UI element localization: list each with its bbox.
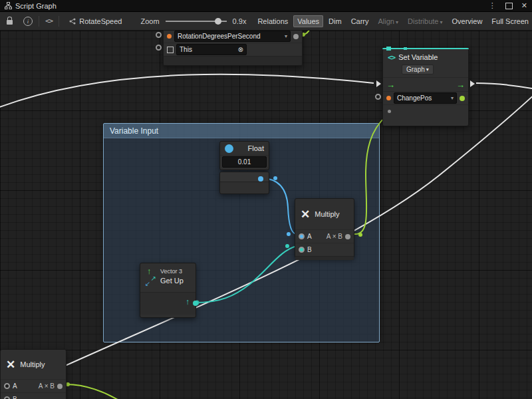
variable-row: ChangePos ▾: [383, 91, 468, 104]
float-output-port[interactable]: [258, 176, 263, 182]
output-label: A × B: [327, 233, 342, 240]
variable-accent-square: [404, 47, 407, 50]
multiply-icon: ✕: [6, 359, 15, 370]
close-icon[interactable]: ✕: [521, 1, 527, 10]
flow-input-port[interactable]: [376, 80, 381, 87]
chevron-down-icon: ▾: [396, 19, 398, 25]
chevron-down-icon: ▾: [440, 19, 442, 25]
variable-dropdown[interactable]: ChangePos ▾: [394, 92, 457, 104]
node-header: ↑ ↗ ↙ Vector 3 Get Up: [140, 263, 196, 292]
carry-button[interactable]: Carry: [347, 15, 373, 27]
input-port-a[interactable]: [4, 383, 10, 389]
relations-button[interactable]: Relations: [253, 15, 292, 27]
node-title: Set Variable: [398, 53, 438, 61]
vector3-icon: ↑ ↗ ↙: [145, 267, 156, 292]
port-row-a: A A × B: [295, 229, 354, 243]
dim-button[interactable]: Dim: [325, 15, 346, 27]
flow-output-port[interactable]: [470, 80, 475, 87]
scope-dropdown[interactable]: Graph ▾: [402, 65, 434, 74]
float-node[interactable]: Float 0.01: [219, 141, 269, 170]
output-port[interactable]: [388, 110, 391, 113]
window-menu-icon[interactable]: ⋮: [489, 1, 497, 10]
zoom-slider-handle[interactable]: [215, 18, 221, 25]
values-button[interactable]: Values: [293, 15, 323, 27]
multiply-node-bottom[interactable]: ✕ Multiply A A × B B: [0, 349, 66, 399]
port-strip: ↑: [140, 292, 196, 315]
target-input-port[interactable]: [156, 45, 162, 51]
float-value-field[interactable]: 0.01: [222, 156, 267, 168]
node-title: Float: [248, 144, 264, 152]
zoom-slider[interactable]: [166, 21, 227, 22]
breadcrumb[interactable]: RotateSpeed: [69, 17, 122, 25]
code-preview-icon[interactable]: <>: [45, 17, 53, 25]
overview-button[interactable]: Overview: [448, 15, 487, 27]
value-output-port[interactable]: [460, 96, 465, 101]
script-graph-icon: [5, 2, 12, 9]
graph-canvas[interactable]: Variable Input: [0, 31, 532, 399]
node-header: ✕ Multiply: [295, 199, 354, 229]
chevron-down-icon: ▾: [426, 66, 429, 72]
rotation-variable-node[interactable]: RotationDegreesPerSecond ▾ This ⊗: [163, 31, 303, 66]
value-port-icon[interactable]: [386, 96, 391, 100]
fullscreen-button[interactable]: Full Screen: [487, 15, 532, 27]
output-port[interactable]: [345, 234, 350, 239]
node-header: <> Set Variable Graph ▾: [383, 49, 468, 76]
align-button[interactable]: Align▾: [374, 15, 402, 27]
lock-icon[interactable]: [7, 20, 13, 25]
value-output-port[interactable]: [293, 34, 299, 39]
port-row-b: B: [1, 392, 66, 399]
self-target-icon[interactable]: ⊗: [238, 46, 243, 53]
input-port-b[interactable]: [299, 247, 305, 253]
flow-in-arrow-icon: →: [386, 80, 395, 89]
output-row: [383, 104, 468, 117]
node-title: Multiply: [20, 360, 45, 368]
node-title: Multiply: [315, 210, 339, 218]
port-row-a: A A × B: [1, 379, 66, 392]
value-input-port[interactable]: [375, 94, 381, 100]
arrow-sw-icon: ↙: [145, 281, 150, 287]
get-up-node[interactable]: ↑ ↗ ↙ Vector 3 Get Up ↑: [140, 263, 196, 318]
chevron-down-icon: ▾: [451, 95, 454, 101]
variable-dropdown[interactable]: RotationDegreesPerSecond ▾: [174, 31, 291, 42]
target-field[interactable]: This ⊗: [176, 44, 247, 55]
multiply-icon: ✕: [301, 209, 310, 220]
window-titlebar: Script Graph ⋮ ✕: [0, 0, 532, 12]
wire-bottom-multiply-out: [66, 384, 121, 399]
set-variable-node[interactable]: <> Set Variable Graph ▾ → → ChangePos ▾: [382, 48, 469, 126]
distribute-button[interactable]: Distribute▾: [404, 15, 446, 27]
arrow-ne-icon: ↗: [151, 275, 156, 282]
info-icon[interactable]: i: [23, 17, 33, 26]
wire-flow-out-of-set-variable: [476, 83, 532, 89]
node-header: ✕ Multiply: [1, 350, 66, 379]
port-row-b: B: [295, 243, 354, 256]
node-footer: [164, 56, 302, 65]
port-strip: [220, 172, 269, 182]
group-header[interactable]: Variable Input: [104, 124, 379, 138]
gameobject-cube-icon: [167, 47, 174, 53]
output-label: A × B: [39, 382, 55, 390]
variable-row: RotationDegreesPerSecond ▾: [164, 31, 302, 43]
input-port-b[interactable]: [4, 396, 10, 399]
node-title: Get Up: [160, 277, 184, 285]
float-output-section[interactable]: [219, 172, 269, 194]
variable-accent-square: [386, 47, 391, 51]
value-port-icon[interactable]: [167, 34, 172, 39]
node-header: Float: [220, 142, 269, 155]
node-footer: [295, 256, 354, 260]
value-row: 0.01: [220, 155, 269, 168]
vector-output-port[interactable]: [193, 301, 198, 306]
input-port[interactable]: [156, 32, 162, 38]
maximize-icon[interactable]: [505, 3, 513, 9]
output-port[interactable]: [57, 384, 63, 389]
window-title: Script Graph: [15, 2, 57, 10]
flow-out-arrow-icon: →: [456, 80, 465, 89]
group-title: Variable Input: [110, 126, 158, 136]
wire-flow-into-set-variable: [0, 74, 374, 108]
chevron-down-icon: ▾: [285, 33, 287, 39]
graph-asset-icon: [69, 18, 76, 25]
unity-script-graph-window: Script Graph ⋮ ✕ i <> RotateSpeed Zoom 0…: [0, 0, 532, 399]
input-port-a[interactable]: [299, 233, 305, 239]
zoom-label: Zoom: [140, 17, 159, 25]
variable-accent-bar: [382, 48, 469, 49]
multiply-node[interactable]: ✕ Multiply A A × B B: [295, 198, 354, 258]
